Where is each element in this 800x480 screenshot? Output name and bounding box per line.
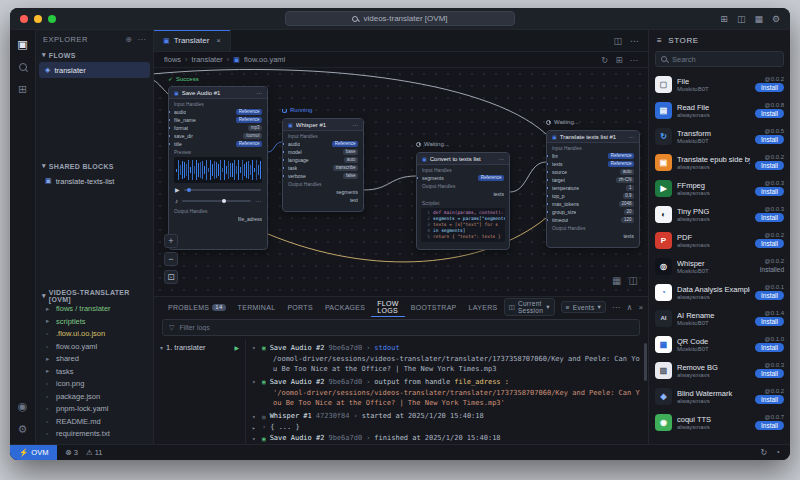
tree-item[interactable]: ▫requirements.txt xyxy=(36,428,153,441)
input-handle[interactable] xyxy=(546,162,549,166)
output-row[interactable]: texts xyxy=(417,190,509,198)
input-handle[interactable] xyxy=(546,178,549,182)
output-row[interactable]: text xyxy=(283,196,363,204)
project-group-label[interactable]: ▾ VIDEOS-TRANSLATER [OVM] xyxy=(36,289,153,303)
input-handle[interactable] xyxy=(168,110,171,114)
output-handle[interactable] xyxy=(508,192,511,196)
more-icon[interactable]: ⋯ xyxy=(630,36,639,46)
session-select[interactable]: ◫ Current Session ▾ xyxy=(504,298,555,316)
install-button[interactable]: Install xyxy=(755,161,784,170)
more-icon[interactable]: ⋯ xyxy=(256,89,262,96)
output-handle[interactable] xyxy=(362,198,365,202)
input-row[interactable]: segmentsReference xyxy=(417,174,509,182)
log-row[interactable]: ▾▣Save Audio #29be6a7d0›output from hand… xyxy=(252,376,640,408)
input-row[interactable]: group_size20 xyxy=(547,208,639,216)
chevron-down-icon[interactable]: ▾ xyxy=(252,344,258,351)
input-row[interactable]: timeout120 xyxy=(547,216,639,224)
input-handle[interactable] xyxy=(282,142,285,146)
output-row[interactable]: texts xyxy=(547,232,639,240)
more-icon[interactable]: ⋯ xyxy=(498,155,504,162)
close-window-button[interactable] xyxy=(20,15,28,23)
install-button[interactable]: Install xyxy=(755,109,784,118)
install-button[interactable]: Install xyxy=(755,369,784,378)
log-row[interactable]: ▾▣Save Audio #29be6a7d0›finished at2025/… xyxy=(252,433,640,444)
tree-item[interactable]: ▫pnpm-lock.yaml xyxy=(36,403,153,416)
play-icon[interactable]: ▶ xyxy=(175,186,180,193)
zoom-in-button[interactable]: + xyxy=(164,234,178,248)
store-item-data-analysis-examples[interactable]: ◔Data Analysis Examplesalwaysmavs@0.0.1I… xyxy=(655,279,784,305)
input-handle[interactable] xyxy=(282,174,285,178)
bell-icon[interactable]: ◔ xyxy=(775,448,780,457)
input-row[interactable]: temperature1 xyxy=(547,184,639,192)
store-item-whisper[interactable]: ◎WhisperMoskitoB0T@0.0.2Installed xyxy=(655,253,784,279)
scriptlet-code[interactable]: 1def main(params, context):2 segments = … xyxy=(421,208,505,242)
input-row[interactable]: audioReference xyxy=(283,140,363,148)
connection-line[interactable] xyxy=(268,142,282,152)
input-row[interactable]: titleReference xyxy=(169,140,267,148)
seek-slider[interactable] xyxy=(184,189,261,191)
install-button[interactable]: Install xyxy=(755,395,784,404)
log-tree-item[interactable]: ▾ 1. translater ▶ xyxy=(160,343,239,352)
volume-slider[interactable] xyxy=(182,200,251,202)
collapse-panel-icon[interactable]: ∧ xyxy=(626,303,632,312)
menu-icon[interactable]: ≡ xyxy=(657,36,662,45)
input-row[interactable]: modelbase xyxy=(283,148,363,156)
input-row[interactable]: save_dir/oomol xyxy=(169,132,267,140)
input-row[interactable]: languageauto xyxy=(283,156,363,164)
tree-item[interactable]: ▫icon.png xyxy=(36,378,153,391)
install-button[interactable]: Install xyxy=(755,317,784,326)
node-header[interactable]: ▣Whisper #1⋯ xyxy=(283,119,363,131)
zoom-fit-button[interactable]: ⊡ xyxy=(164,270,178,284)
breadcrumb-translater[interactable]: translater xyxy=(192,55,223,64)
settings-icon[interactable]: ⚙ xyxy=(772,14,780,24)
input-handle[interactable] xyxy=(168,118,171,122)
account-icon[interactable]: ◉ xyxy=(18,400,28,413)
maximize-window-button[interactable] xyxy=(48,15,56,23)
filter-logs-input[interactable] xyxy=(179,324,633,331)
flow-canvas[interactable]: ✓Success▣Save Audio #1⋯Input Handlesaudi… xyxy=(154,68,648,296)
input-row[interactable]: targetzh-CN xyxy=(547,176,639,184)
scrollbar[interactable] xyxy=(644,343,647,381)
close-tab-icon[interactable]: × xyxy=(216,36,221,45)
tree-item[interactable]: ▫.flow.ui.oo.json xyxy=(36,328,153,341)
tree-item[interactable]: ▸scriptlets xyxy=(36,315,153,328)
input-handle[interactable] xyxy=(546,194,549,198)
input-handle[interactable] xyxy=(282,158,285,162)
zoom-out-button[interactable]: − xyxy=(164,252,178,266)
input-row[interactable]: max_tokens2048 xyxy=(547,200,639,208)
connection-line[interactable] xyxy=(154,80,168,94)
tree-item[interactable]: ▫README.md xyxy=(36,415,153,428)
input-handle[interactable] xyxy=(546,202,549,206)
store-search[interactable] xyxy=(655,51,784,67)
input-handle[interactable] xyxy=(168,126,171,130)
sidebar-item-flow[interactable]: ◈translater xyxy=(39,62,150,78)
panel-tab-problems[interactable]: PROBLEMS14 xyxy=(162,297,232,317)
log-filter[interactable]: ▽ xyxy=(162,319,640,336)
breadcrumb-flows[interactable]: flows xyxy=(164,55,181,64)
store-item-file[interactable]: ▢FileMoskitoB0T@0.0.2Install xyxy=(655,71,784,97)
panel-tab-flow-logs[interactable]: FLOW LOGS xyxy=(371,297,404,317)
output-handle[interactable] xyxy=(266,217,269,221)
input-row[interactable]: top_p0.9 xyxy=(547,192,639,200)
warnings-indicator[interactable]: ⚠ 11 xyxy=(86,448,103,457)
output-handle[interactable] xyxy=(362,190,365,194)
install-button[interactable]: Install xyxy=(755,291,784,300)
input-row[interactable]: textsReference xyxy=(547,160,639,168)
chevron-right-icon[interactable]: ▸ xyxy=(252,424,258,431)
minimize-window-button[interactable] xyxy=(34,15,42,23)
input-handle[interactable] xyxy=(168,134,171,138)
tab-translater[interactable]: ▣ Translater × xyxy=(154,30,231,51)
sync-icon[interactable]: ↻ xyxy=(601,55,608,65)
store-item-coqui-tts[interactable]: ◉coqui TTSalwaysmavs@0.0.7Install xyxy=(655,409,784,435)
layout-icon[interactable]: ▦ xyxy=(754,14,763,24)
input-row[interactable]: file_nameReference xyxy=(169,116,267,124)
more-icon[interactable]: ⋯ xyxy=(628,133,634,140)
node-header[interactable]: ▣Translate texts list #1⋯ xyxy=(547,131,639,143)
store-item-transform[interactable]: ↻TransformMoskitoB0T@0.0.5Install xyxy=(655,123,784,149)
install-button[interactable]: Install xyxy=(755,213,784,222)
panel-tab-terminal[interactable]: TERMINAL xyxy=(232,297,282,317)
log-row[interactable]: ▾▣Save Audio #29be6a7d0›stdout/oomol-dri… xyxy=(252,342,640,374)
store-item-qr-code[interactable]: ▦QR CodeMoskitoB0T@0.1.0Install xyxy=(655,331,784,357)
minimap-icon[interactable]: ▦ xyxy=(612,275,621,286)
panel-tab-layers[interactable]: LAYERS xyxy=(463,297,504,317)
